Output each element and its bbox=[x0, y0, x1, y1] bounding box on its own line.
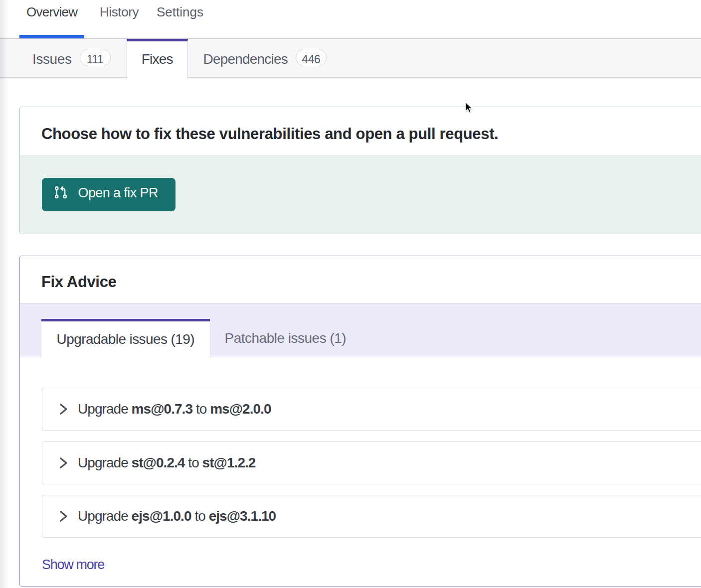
show-more-link[interactable]: Show more bbox=[42, 557, 104, 573]
tab-upgradable-issues-label: Upgradable issues (19) bbox=[57, 331, 194, 347]
nav-item-overview[interactable]: Overview bbox=[19, 0, 84, 38]
chevron-right-icon bbox=[59, 457, 67, 469]
open-fix-pr-label: Open a fix PR bbox=[78, 185, 158, 201]
chevron-right-icon bbox=[59, 403, 67, 415]
fix-vulnerabilities-card: Choose how to fix these vulnerabilities … bbox=[19, 107, 701, 234]
git-pull-request-icon bbox=[52, 184, 67, 199]
issue-row-text: Upgrade ms@0.7.3 to ms@2.0.0 bbox=[78, 401, 271, 417]
tab-fixes-label: Fixes bbox=[142, 51, 173, 67]
dependencies-count-badge: 446 bbox=[296, 49, 327, 66]
fix-advice-card: Fix Advice Upgradable issues (19) Patcha… bbox=[19, 256, 701, 587]
advice-tab-bar: Upgradable issues (19) Patchable issues … bbox=[20, 303, 701, 357]
issue-row[interactable]: Upgrade ms@0.7.3 to ms@2.0.0 bbox=[42, 388, 701, 431]
tab-patchable-issues[interactable]: Patchable issues (1) bbox=[210, 319, 361, 357]
tab-patchable-issues-label: Patchable issues (1) bbox=[225, 330, 347, 346]
nav-item-overview-label: Overview bbox=[26, 4, 77, 20]
nav-item-settings[interactable]: Settings bbox=[150, 0, 210, 38]
tab-dependencies[interactable]: Dependencies 446 bbox=[188, 39, 327, 77]
tab-fixes[interactable]: Fixes bbox=[127, 39, 188, 78]
issue-row-text: Upgrade st@0.2.4 to st@1.2.2 bbox=[78, 455, 255, 471]
fix-card-header: Choose how to fix these vulnerabilities … bbox=[20, 107, 701, 155]
fix-card-heading: Choose how to fix these vulnerabilities … bbox=[41, 125, 498, 143]
tab-issues-label: Issues bbox=[32, 51, 72, 67]
main-content: Choose how to fix these vulnerabilities … bbox=[0, 107, 701, 587]
fix-card-body: Open a fix PR bbox=[20, 155, 701, 234]
issue-row[interactable]: Upgrade st@0.2.4 to st@1.2.2 bbox=[42, 441, 701, 484]
chevron-right-icon bbox=[59, 510, 67, 522]
issue-row[interactable]: Upgrade ejs@1.0.0 to ejs@3.1.10 bbox=[42, 495, 701, 538]
open-fix-pr-button[interactable]: Open a fix PR bbox=[42, 178, 175, 211]
advice-card-heading: Fix Advice bbox=[41, 273, 116, 291]
advice-card-header: Fix Advice bbox=[20, 256, 701, 303]
nav-item-history-label: History bbox=[100, 4, 139, 20]
project-top-nav: Overview History Settings bbox=[0, 0, 701, 38]
tab-issues[interactable]: Issues 111 bbox=[0, 39, 127, 77]
nav-item-settings-label: Settings bbox=[157, 4, 203, 20]
project-tab-bar: Issues 111 Fixes Dependencies 446 bbox=[0, 38, 701, 78]
issues-count-badge: 111 bbox=[80, 49, 111, 66]
issue-row-text: Upgrade ejs@1.0.0 to ejs@3.1.10 bbox=[78, 508, 276, 524]
tab-dependencies-label: Dependencies bbox=[203, 51, 288, 67]
advice-card-body: Upgrade ms@0.7.3 to ms@2.0.0Upgrade st@0… bbox=[20, 357, 701, 586]
nav-item-history[interactable]: History bbox=[93, 0, 146, 38]
tab-upgradable-issues[interactable]: Upgradable issues (19) bbox=[41, 319, 210, 357]
